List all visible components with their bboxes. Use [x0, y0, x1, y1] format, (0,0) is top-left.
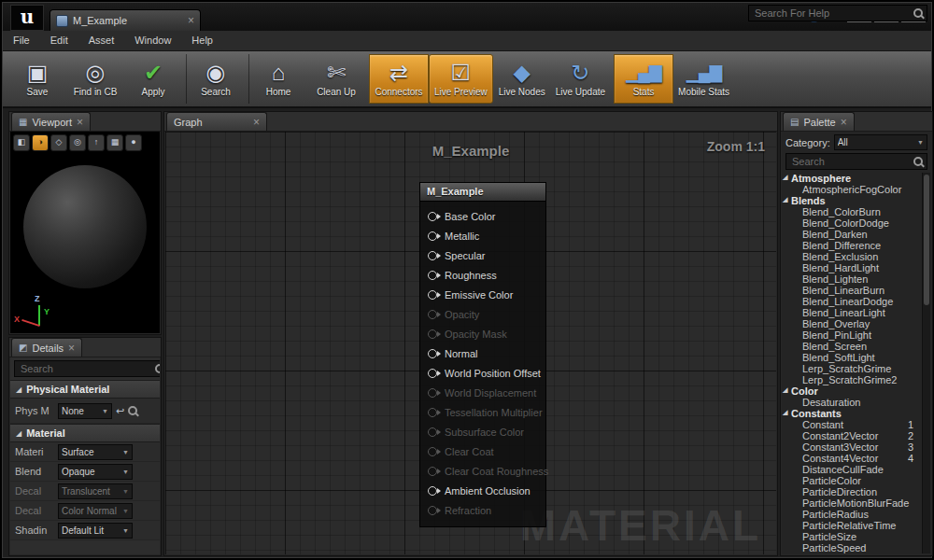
- node-input-pin[interactable]: World Position Offset: [420, 363, 545, 383]
- toolbar-button[interactable]: ◆ Live Nodes: [493, 54, 551, 104]
- viewport-tab[interactable]: ▦ Viewport: [11, 112, 91, 131]
- palette-item[interactable]: ParticleSpeed: [782, 542, 923, 553]
- node-input-pin[interactable]: Metallic: [420, 226, 545, 245]
- palette-item[interactable]: Atmosphere: [782, 173, 923, 184]
- pin-circle-icon[interactable]: [428, 388, 437, 398]
- palette-close-icon[interactable]: [841, 118, 847, 127]
- palette-item[interactable]: ParticleRadius: [782, 509, 923, 520]
- menu-item[interactable]: File: [3, 31, 40, 50]
- pin-circle-icon[interactable]: [428, 349, 437, 358]
- pin-circle-icon[interactable]: [428, 486, 437, 496]
- palette-item[interactable]: Blend_SoftLight: [782, 352, 923, 363]
- toolbar-button[interactable]: ✔ Apply: [124, 54, 182, 104]
- document-tab[interactable]: M_Example: [50, 9, 201, 31]
- palette-item[interactable]: Blend_LinearDodge: [782, 296, 923, 307]
- palette-item[interactable]: Constant3Vector 3: [782, 441, 923, 453]
- toolbar-button[interactable]: ✄ Clean Up: [307, 54, 365, 104]
- graph-tab[interactable]: Graph: [166, 112, 267, 131]
- palette-item[interactable]: Blend_HardLight: [782, 262, 923, 273]
- details-close-icon[interactable]: [68, 343, 75, 353]
- viewport-tool-icon[interactable]: ↑: [88, 134, 105, 151]
- palette-item[interactable]: Blend_PinLight: [782, 329, 923, 341]
- details-search-input[interactable]: [19, 362, 155, 375]
- viewport-tool-icon[interactable]: ◧: [13, 134, 30, 151]
- menu-item[interactable]: Help: [181, 31, 223, 50]
- pin-circle-icon[interactable]: [428, 427, 437, 437]
- browse-icon[interactable]: [128, 406, 137, 415]
- palette-tab[interactable]: ▤ Palette: [783, 112, 855, 131]
- graph-canvas[interactable]: M_Example Zoom 1:1 MATERIAL M_Example Ba…: [165, 132, 776, 554]
- palette-item[interactable]: Blend_Darken: [782, 229, 923, 240]
- tab-close-icon[interactable]: [188, 16, 194, 25]
- pin-circle-icon[interactable]: [428, 447, 437, 456]
- menu-item[interactable]: Asset: [78, 31, 125, 50]
- toolbar-button[interactable]: ⌂ Home: [248, 54, 307, 104]
- node-input-pin[interactable]: World Displacement: [420, 383, 545, 402]
- viewport-close-icon[interactable]: [77, 118, 83, 127]
- palette-item[interactable]: Blend_Overlay: [782, 318, 923, 329]
- details-tab[interactable]: ◩ Details: [11, 338, 82, 357]
- details-search-box[interactable]: [14, 360, 160, 377]
- palette-item[interactable]: ParticleDirection: [782, 486, 923, 497]
- viewport-tool-icon[interactable]: ▦: [106, 134, 123, 151]
- viewport-tool-icon[interactable]: ◎: [69, 134, 86, 151]
- pin-circle-icon[interactable]: [428, 369, 437, 378]
- palette-item[interactable]: Blend_ColorBurn: [782, 206, 923, 217]
- viewport-tool-icon[interactable]: ●: [125, 134, 142, 151]
- material-section-header[interactable]: Material: [10, 424, 160, 442]
- node-input-pin[interactable]: Ambient Occlusion: [420, 481, 545, 500]
- palette-item[interactable]: Constant 1: [782, 419, 923, 430]
- use-selected-icon[interactable]: ↩: [116, 405, 124, 416]
- palette-item[interactable]: Lerp_ScratchGrime2: [782, 374, 923, 385]
- toolbar-button[interactable]: ▣ Save: [8, 54, 66, 104]
- node-input-pin[interactable]: Emissive Color: [420, 285, 545, 304]
- palette-item[interactable]: Blend_Exclusion: [782, 251, 923, 262]
- palette-item[interactable]: Blend_Difference: [782, 240, 923, 251]
- palette-item[interactable]: ParticleMotionBlurFade: [782, 497, 923, 509]
- palette-item[interactable]: AtmosphericFogColor: [782, 184, 923, 195]
- node-input-pin[interactable]: Roughness: [420, 265, 545, 285]
- toolbar-button[interactable]: ◉ Search: [186, 54, 245, 104]
- palette-item[interactable]: Constant2Vector 2: [782, 430, 923, 441]
- physical-material-section-header[interactable]: Physical Material: [10, 380, 160, 399]
- node-title[interactable]: M_Example: [419, 182, 546, 202]
- pin-circle-icon[interactable]: [428, 467, 437, 476]
- palette-item[interactable]: Desaturation: [782, 397, 923, 408]
- palette-item[interactable]: Blend_ColorDodge: [782, 217, 923, 229]
- node-input-pin[interactable]: Subsurface Color: [420, 422, 545, 441]
- pin-circle-icon[interactable]: [428, 310, 437, 319]
- node-input-pin[interactable]: Refraction: [420, 500, 545, 520]
- property-dropdown[interactable]: Opaque: [58, 464, 133, 480]
- toolbar-button[interactable]: ↻ Live Update: [551, 54, 610, 104]
- node-input-pin[interactable]: Tessellation Multiplier: [420, 402, 545, 422]
- palette-item[interactable]: DistanceCullFade: [782, 464, 923, 475]
- scrollbar-thumb[interactable]: [924, 175, 929, 305]
- toolbar-button[interactable]: ⇄ Connectors: [369, 54, 429, 104]
- menu-item[interactable]: Window: [124, 31, 181, 50]
- pin-circle-icon[interactable]: [428, 231, 437, 241]
- palette-search-input[interactable]: [790, 155, 913, 168]
- palette-item[interactable]: Constant4Vector 4: [782, 453, 923, 464]
- palette-item[interactable]: ParticleColor: [782, 475, 923, 486]
- node-input-pin[interactable]: Clear Coat Roughness: [420, 461, 545, 481]
- palette-item[interactable]: Constants: [782, 408, 923, 419]
- pin-circle-icon[interactable]: [428, 329, 437, 339]
- palette-search-box[interactable]: [785, 153, 927, 170]
- pin-circle-icon[interactable]: [428, 212, 437, 221]
- palette-item[interactable]: ParticleSize: [782, 531, 923, 542]
- palette-item[interactable]: Lerp_ScratchGrime: [782, 363, 923, 374]
- palette-item[interactable]: Blend_LinearBurn: [782, 285, 923, 296]
- pin-circle-icon[interactable]: [428, 290, 437, 300]
- graph-close-icon[interactable]: [253, 118, 260, 127]
- toolbar-button[interactable]: ▁▄▇ Stats: [614, 54, 673, 104]
- toolbar-button[interactable]: ◎ Find in CB: [66, 54, 124, 104]
- palette-item[interactable]: ParticleRelativeTime: [782, 520, 923, 531]
- node-input-pin[interactable]: Normal: [420, 343, 545, 363]
- node-input-pin[interactable]: Base Color: [420, 206, 545, 226]
- pin-circle-icon[interactable]: [428, 506, 437, 515]
- phys-material-dropdown[interactable]: None: [58, 403, 112, 419]
- palette-item[interactable]: Blend_Lighten: [782, 273, 923, 285]
- node-input-pin[interactable]: Specular: [420, 245, 545, 265]
- viewport-canvas[interactable]: ◧ ◑ ◇ ◎ ↑ ▦ ● X Y Z: [10, 132, 160, 333]
- palette-item[interactable]: Blend_LinearLight: [782, 307, 923, 318]
